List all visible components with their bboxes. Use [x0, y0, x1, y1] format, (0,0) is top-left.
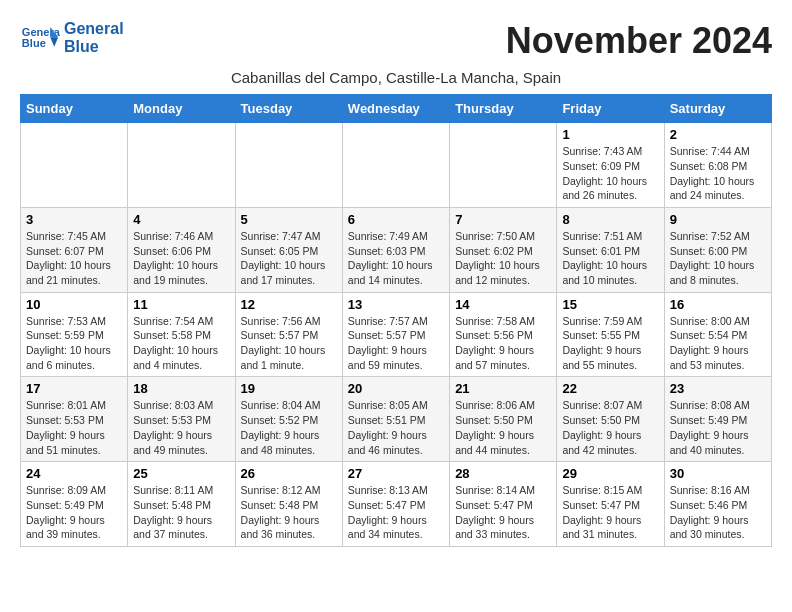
- day-number: 24: [26, 466, 122, 481]
- day-number: 17: [26, 381, 122, 396]
- day-info: Sunrise: 8:08 AM Sunset: 5:49 PM Dayligh…: [670, 398, 766, 457]
- day-info: Sunrise: 7:52 AM Sunset: 6:00 PM Dayligh…: [670, 229, 766, 288]
- calendar-cell: 21Sunrise: 8:06 AM Sunset: 5:50 PM Dayli…: [450, 377, 557, 462]
- day-info: Sunrise: 8:13 AM Sunset: 5:47 PM Dayligh…: [348, 483, 444, 542]
- day-number: 6: [348, 212, 444, 227]
- calendar-cell: [450, 123, 557, 208]
- day-header-sunday: Sunday: [21, 95, 128, 123]
- calendar-cell: 14Sunrise: 7:58 AM Sunset: 5:56 PM Dayli…: [450, 292, 557, 377]
- day-info: Sunrise: 8:01 AM Sunset: 5:53 PM Dayligh…: [26, 398, 122, 457]
- day-header-friday: Friday: [557, 95, 664, 123]
- day-number: 20: [348, 381, 444, 396]
- day-number: 3: [26, 212, 122, 227]
- calendar-cell: [235, 123, 342, 208]
- calendar-cell: 8Sunrise: 7:51 AM Sunset: 6:01 PM Daylig…: [557, 207, 664, 292]
- day-info: Sunrise: 7:53 AM Sunset: 5:59 PM Dayligh…: [26, 314, 122, 373]
- day-info: Sunrise: 7:46 AM Sunset: 6:06 PM Dayligh…: [133, 229, 229, 288]
- calendar-cell: [342, 123, 449, 208]
- calendar-cell: 11Sunrise: 7:54 AM Sunset: 5:58 PM Dayli…: [128, 292, 235, 377]
- day-info: Sunrise: 8:07 AM Sunset: 5:50 PM Dayligh…: [562, 398, 658, 457]
- calendar-cell: 5Sunrise: 7:47 AM Sunset: 6:05 PM Daylig…: [235, 207, 342, 292]
- day-info: Sunrise: 7:59 AM Sunset: 5:55 PM Dayligh…: [562, 314, 658, 373]
- logo: General Blue General Blue: [20, 20, 124, 55]
- day-number: 14: [455, 297, 551, 312]
- calendar-cell: 15Sunrise: 7:59 AM Sunset: 5:55 PM Dayli…: [557, 292, 664, 377]
- day-number: 13: [348, 297, 444, 312]
- day-number: 30: [670, 466, 766, 481]
- calendar-cell: 26Sunrise: 8:12 AM Sunset: 5:48 PM Dayli…: [235, 462, 342, 547]
- day-number: 1: [562, 127, 658, 142]
- day-number: 26: [241, 466, 337, 481]
- svg-marker-3: [50, 37, 58, 46]
- month-title: November 2024: [506, 20, 772, 62]
- day-info: Sunrise: 8:12 AM Sunset: 5:48 PM Dayligh…: [241, 483, 337, 542]
- day-number: 2: [670, 127, 766, 142]
- day-info: Sunrise: 7:54 AM Sunset: 5:58 PM Dayligh…: [133, 314, 229, 373]
- calendar-cell: 2Sunrise: 7:44 AM Sunset: 6:08 PM Daylig…: [664, 123, 771, 208]
- logo-icon: General Blue: [20, 23, 60, 53]
- day-info: Sunrise: 8:05 AM Sunset: 5:51 PM Dayligh…: [348, 398, 444, 457]
- day-number: 12: [241, 297, 337, 312]
- calendar-cell: 4Sunrise: 7:46 AM Sunset: 6:06 PM Daylig…: [128, 207, 235, 292]
- day-number: 21: [455, 381, 551, 396]
- calendar-cell: 17Sunrise: 8:01 AM Sunset: 5:53 PM Dayli…: [21, 377, 128, 462]
- calendar-cell: 20Sunrise: 8:05 AM Sunset: 5:51 PM Dayli…: [342, 377, 449, 462]
- day-number: 11: [133, 297, 229, 312]
- calendar-cell: 27Sunrise: 8:13 AM Sunset: 5:47 PM Dayli…: [342, 462, 449, 547]
- day-header-saturday: Saturday: [664, 95, 771, 123]
- day-info: Sunrise: 8:06 AM Sunset: 5:50 PM Dayligh…: [455, 398, 551, 457]
- calendar-cell: 6Sunrise: 7:49 AM Sunset: 6:03 PM Daylig…: [342, 207, 449, 292]
- day-header-tuesday: Tuesday: [235, 95, 342, 123]
- calendar-cell: 18Sunrise: 8:03 AM Sunset: 5:53 PM Dayli…: [128, 377, 235, 462]
- calendar-cell: 16Sunrise: 8:00 AM Sunset: 5:54 PM Dayli…: [664, 292, 771, 377]
- calendar-cell: 25Sunrise: 8:11 AM Sunset: 5:48 PM Dayli…: [128, 462, 235, 547]
- calendar-subtitle: Cabanillas del Campo, Castille-La Mancha…: [20, 69, 772, 86]
- calendar-cell: [21, 123, 128, 208]
- day-info: Sunrise: 8:04 AM Sunset: 5:52 PM Dayligh…: [241, 398, 337, 457]
- day-number: 16: [670, 297, 766, 312]
- day-number: 10: [26, 297, 122, 312]
- day-number: 8: [562, 212, 658, 227]
- day-header-thursday: Thursday: [450, 95, 557, 123]
- day-info: Sunrise: 8:16 AM Sunset: 5:46 PM Dayligh…: [670, 483, 766, 542]
- calendar-cell: 19Sunrise: 8:04 AM Sunset: 5:52 PM Dayli…: [235, 377, 342, 462]
- calendar-cell: 1Sunrise: 7:43 AM Sunset: 6:09 PM Daylig…: [557, 123, 664, 208]
- day-number: 27: [348, 466, 444, 481]
- day-info: Sunrise: 8:11 AM Sunset: 5:48 PM Dayligh…: [133, 483, 229, 542]
- day-info: Sunrise: 7:50 AM Sunset: 6:02 PM Dayligh…: [455, 229, 551, 288]
- calendar-cell: 29Sunrise: 8:15 AM Sunset: 5:47 PM Dayli…: [557, 462, 664, 547]
- calendar-cell: 9Sunrise: 7:52 AM Sunset: 6:00 PM Daylig…: [664, 207, 771, 292]
- day-info: Sunrise: 7:47 AM Sunset: 6:05 PM Dayligh…: [241, 229, 337, 288]
- day-number: 22: [562, 381, 658, 396]
- calendar-table: SundayMondayTuesdayWednesdayThursdayFrid…: [20, 94, 772, 547]
- day-number: 5: [241, 212, 337, 227]
- calendar-cell: 10Sunrise: 7:53 AM Sunset: 5:59 PM Dayli…: [21, 292, 128, 377]
- day-info: Sunrise: 7:43 AM Sunset: 6:09 PM Dayligh…: [562, 144, 658, 203]
- day-number: 4: [133, 212, 229, 227]
- calendar-cell: 23Sunrise: 8:08 AM Sunset: 5:49 PM Dayli…: [664, 377, 771, 462]
- logo-line1: General: [64, 20, 124, 38]
- day-number: 15: [562, 297, 658, 312]
- day-number: 23: [670, 381, 766, 396]
- day-info: Sunrise: 8:15 AM Sunset: 5:47 PM Dayligh…: [562, 483, 658, 542]
- day-info: Sunrise: 7:49 AM Sunset: 6:03 PM Dayligh…: [348, 229, 444, 288]
- day-info: Sunrise: 8:14 AM Sunset: 5:47 PM Dayligh…: [455, 483, 551, 542]
- calendar-cell: 28Sunrise: 8:14 AM Sunset: 5:47 PM Dayli…: [450, 462, 557, 547]
- logo-line2: Blue: [64, 38, 124, 56]
- day-number: 9: [670, 212, 766, 227]
- calendar-cell: 30Sunrise: 8:16 AM Sunset: 5:46 PM Dayli…: [664, 462, 771, 547]
- day-number: 25: [133, 466, 229, 481]
- calendar-cell: 3Sunrise: 7:45 AM Sunset: 6:07 PM Daylig…: [21, 207, 128, 292]
- day-info: Sunrise: 7:56 AM Sunset: 5:57 PM Dayligh…: [241, 314, 337, 373]
- day-number: 7: [455, 212, 551, 227]
- day-number: 29: [562, 466, 658, 481]
- day-number: 18: [133, 381, 229, 396]
- calendar-cell: 22Sunrise: 8:07 AM Sunset: 5:50 PM Dayli…: [557, 377, 664, 462]
- day-info: Sunrise: 7:51 AM Sunset: 6:01 PM Dayligh…: [562, 229, 658, 288]
- day-info: Sunrise: 8:09 AM Sunset: 5:49 PM Dayligh…: [26, 483, 122, 542]
- day-info: Sunrise: 7:57 AM Sunset: 5:57 PM Dayligh…: [348, 314, 444, 373]
- day-info: Sunrise: 7:44 AM Sunset: 6:08 PM Dayligh…: [670, 144, 766, 203]
- day-info: Sunrise: 7:58 AM Sunset: 5:56 PM Dayligh…: [455, 314, 551, 373]
- day-number: 28: [455, 466, 551, 481]
- svg-text:Blue: Blue: [22, 36, 46, 48]
